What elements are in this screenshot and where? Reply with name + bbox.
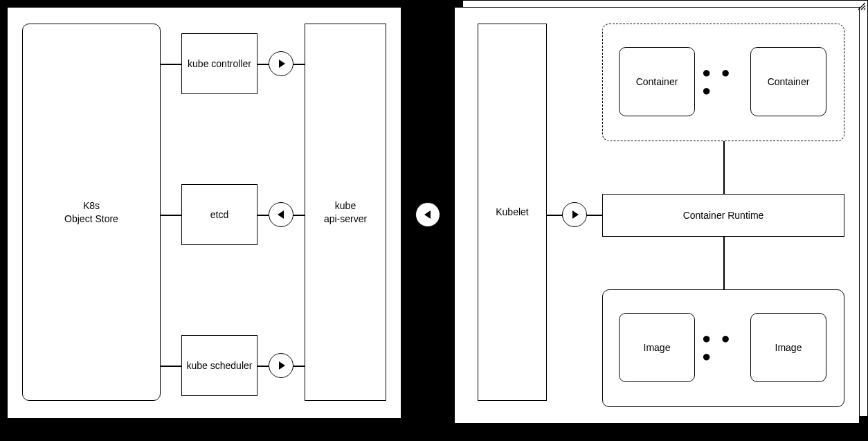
container-runtime-box: Container Runtime xyxy=(602,194,844,237)
image-box: Image xyxy=(619,313,695,382)
connector-line xyxy=(161,366,181,367)
resize-handle-icon xyxy=(857,1,867,11)
direction-icon xyxy=(269,51,293,76)
connector-line xyxy=(723,141,725,194)
connector-line xyxy=(723,237,725,289)
direction-icon xyxy=(562,202,587,227)
k8s-object-store-box: K8s Object Store xyxy=(22,24,161,401)
direction-icon xyxy=(269,353,293,378)
diagram-canvas: K8s Object Store kube controller etcd ku… xyxy=(0,0,868,441)
kube-scheduler-box: kube scheduler xyxy=(181,335,257,396)
ellipsis-icon: ● ● ● xyxy=(702,335,743,360)
connector-line xyxy=(161,215,181,216)
kube-controller-box: kube controller xyxy=(181,33,257,94)
connector-line xyxy=(161,64,181,65)
container-box: Container xyxy=(619,47,695,116)
image-box: Image xyxy=(750,313,826,382)
kube-api-server-box: kube api-server xyxy=(305,24,386,401)
container-box: Container xyxy=(750,47,826,116)
ellipsis-icon: ● ● ● xyxy=(702,69,743,94)
etcd-box: etcd xyxy=(181,184,257,245)
kubelet-box: Kubelet xyxy=(478,24,547,401)
direction-icon xyxy=(415,202,440,227)
svg-line-2 xyxy=(864,8,865,10)
direction-icon xyxy=(269,202,293,227)
